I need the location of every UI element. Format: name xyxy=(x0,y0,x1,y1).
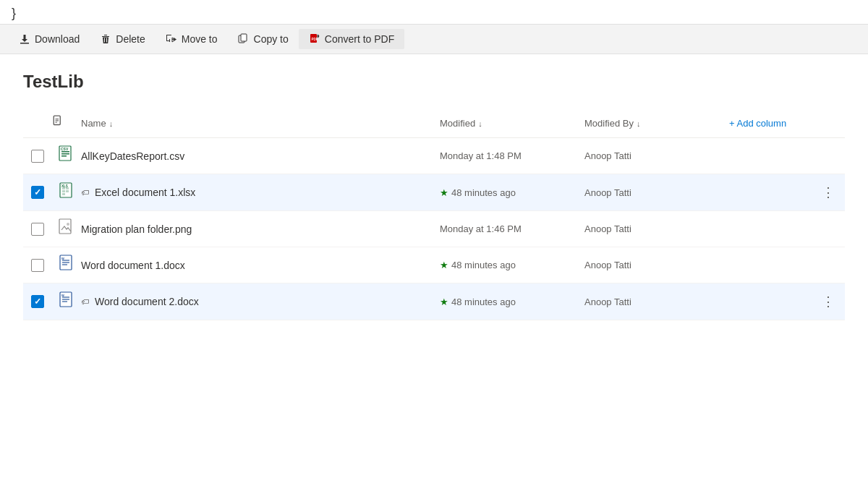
file-name-cell: 🏷 Excel document 1.xlsx xyxy=(81,187,440,198)
header-modified-by[interactable]: Modified By ↓ xyxy=(584,118,729,129)
checkbox-cell xyxy=(23,295,52,308)
row-checkbox[interactable] xyxy=(31,186,44,199)
svg-text:CSV: CSV xyxy=(61,147,69,151)
modified-by-cell: Anoop Tatti xyxy=(584,150,729,161)
modified-by: Anoop Tatti xyxy=(584,296,631,307)
file-list: Name ↓ Modified ↓ Modified By ↓ + Add co… xyxy=(23,109,845,320)
actions-cell: ⋮ xyxy=(729,182,845,203)
add-column-button[interactable]: + Add column xyxy=(729,118,845,129)
table-row: XLS 🏷 Excel document 1.xlsx ★ 48 minutes… xyxy=(23,174,845,211)
file-name[interactable]: Migration plan folder.png xyxy=(81,223,192,235)
modified-sort-icon: ↓ xyxy=(478,119,482,128)
move-to-icon xyxy=(166,33,177,45)
name-sort-icon: ↓ xyxy=(109,119,114,128)
file-icon-cell: W xyxy=(52,255,81,276)
toolbar: Download Delete Move to xyxy=(0,24,868,54)
svg-rect-23 xyxy=(62,193,65,195)
file-icon-cell: CSV xyxy=(52,145,81,166)
svg-rect-6 xyxy=(241,34,247,41)
checkbox-cell xyxy=(23,150,52,163)
download-icon xyxy=(19,33,30,45)
docx-file-icon: W xyxy=(59,291,75,312)
svg-text:PDF: PDF xyxy=(311,38,318,41)
delete-icon xyxy=(100,33,111,45)
more-options-button[interactable]: ⋮ xyxy=(817,291,839,312)
svg-text:XLS: XLS xyxy=(61,184,68,187)
svg-rect-0 xyxy=(20,43,29,44)
modified-date: Monday at 1:48 PM xyxy=(440,150,522,161)
main-content: TestLib Name ↓ Modified ↓ xyxy=(0,54,868,338)
file-name-cell: Migration plan folder.png xyxy=(81,223,440,235)
table-row: W 🏷 Word document 2.docx ★ 48 minutes ag… xyxy=(23,283,845,320)
checkbox-cell xyxy=(23,186,52,199)
modified-date: 48 minutes ago xyxy=(451,260,516,270)
download-button[interactable]: Download xyxy=(9,29,90,49)
modified-date: Monday at 1:46 PM xyxy=(440,223,522,234)
modified-by: Anoop Tatti xyxy=(584,223,631,234)
row-checkbox[interactable] xyxy=(31,223,44,236)
file-icon-cell: XLS xyxy=(52,182,81,203)
modified-by: Anoop Tatti xyxy=(584,260,631,270)
row-checkbox[interactable] xyxy=(31,295,44,308)
docx-file-icon: W xyxy=(59,255,75,276)
svg-point-26 xyxy=(67,223,69,226)
header-file-type-icon xyxy=(52,115,81,132)
table-row: W Word document 1.docx ★ 48 minutes agoA… xyxy=(23,247,845,283)
move-to-button[interactable]: Move to xyxy=(156,29,228,49)
svg-text:W: W xyxy=(61,294,64,297)
modified-cell: Monday at 1:48 PM xyxy=(440,150,584,161)
csv-file-icon: CSV xyxy=(59,145,75,166)
svg-rect-2 xyxy=(166,35,167,41)
star-icon: ★ xyxy=(440,296,448,307)
actions-cell: ⋮ xyxy=(729,291,845,312)
page-title: TestLib xyxy=(23,72,845,92)
file-name-cell: 🏷 Word document 2.docx xyxy=(81,296,440,307)
convert-pdf-icon: PDF xyxy=(309,33,320,45)
file-name[interactable]: AllKeyDatesReport.csv xyxy=(81,150,184,162)
file-name[interactable]: Excel document 1.xlsx xyxy=(95,187,195,198)
header-name[interactable]: Name ↓ xyxy=(81,118,440,129)
file-name[interactable]: Word document 2.docx xyxy=(95,296,199,307)
copy-to-button[interactable]: Copy to xyxy=(228,29,299,49)
svg-rect-21 xyxy=(62,190,65,192)
row-checkbox[interactable] xyxy=(31,259,44,272)
modified-date: 48 minutes ago xyxy=(451,187,516,198)
modified-cell: ★ 48 minutes ago xyxy=(440,296,584,307)
table-row: Migration plan folder.png Monday at 1:46… xyxy=(23,211,845,247)
file-name-cell: Word document 1.docx xyxy=(81,260,440,271)
tag-icon: 🏷 xyxy=(81,188,89,197)
header-modified[interactable]: Modified ↓ xyxy=(440,118,584,129)
svg-rect-14 xyxy=(61,151,69,153)
xlsx-file-icon: XLS xyxy=(59,182,75,203)
file-icon-cell xyxy=(52,218,81,239)
checkbox-cell xyxy=(23,259,52,272)
modified-cell: ★ 48 minutes ago xyxy=(440,260,584,270)
modified-by-cell: Anoop Tatti xyxy=(584,187,729,198)
modified-by-cell: Anoop Tatti xyxy=(584,296,729,307)
file-rows-container: CSV AllKeyDatesReport.csv Monday at 1:48… xyxy=(23,138,845,320)
file-name[interactable]: Word document 1.docx xyxy=(81,260,185,271)
svg-rect-16 xyxy=(61,155,67,157)
svg-rect-22 xyxy=(66,190,69,192)
file-icon-cell: W xyxy=(52,291,81,312)
modified-by: Anoop Tatti xyxy=(584,150,631,161)
svg-rect-4 xyxy=(169,39,170,42)
star-icon: ★ xyxy=(440,187,448,198)
svg-rect-1 xyxy=(166,35,171,35)
star-icon: ★ xyxy=(440,260,448,270)
modified-by: Anoop Tatti xyxy=(584,187,631,198)
modified-by-cell: Anoop Tatti xyxy=(584,223,729,234)
table-row: CSV AllKeyDatesReport.csv Monday at 1:48… xyxy=(23,138,845,174)
tag-icon: 🏷 xyxy=(81,297,89,306)
modified-cell: ★ 48 minutes ago xyxy=(440,187,584,198)
row-checkbox[interactable] xyxy=(31,150,44,163)
more-options-button[interactable]: ⋮ xyxy=(817,182,839,203)
file-name-cell: AllKeyDatesReport.csv xyxy=(81,150,440,162)
convert-pdf-button[interactable]: PDF Convert to PDF xyxy=(299,29,404,49)
modified-by-sort-icon: ↓ xyxy=(637,119,641,128)
svg-rect-25 xyxy=(59,219,71,234)
delete-button[interactable]: Delete xyxy=(90,29,155,49)
png-file-icon xyxy=(59,218,75,239)
svg-rect-15 xyxy=(61,153,69,155)
modified-cell: Monday at 1:46 PM xyxy=(440,223,584,234)
